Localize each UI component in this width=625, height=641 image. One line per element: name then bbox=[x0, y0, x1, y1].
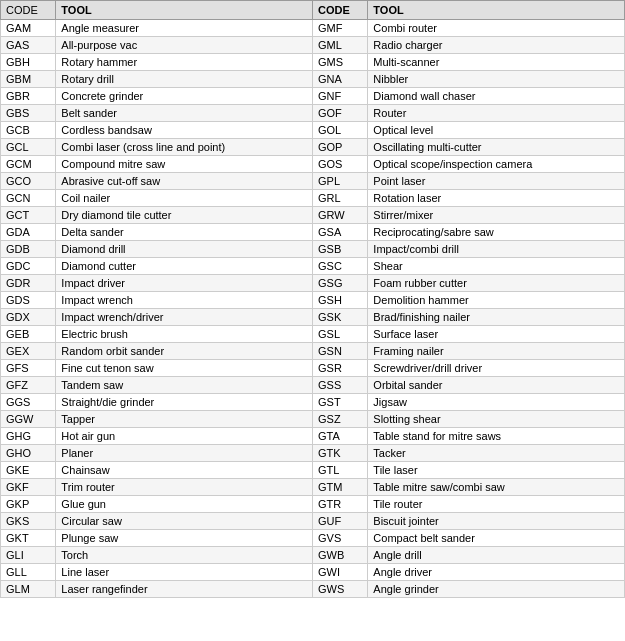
table-row: GKEChainsawGTLTile laser bbox=[1, 462, 625, 479]
tool-right: Router bbox=[368, 105, 625, 122]
table-row: GCBCordless bandsawGOLOptical level bbox=[1, 122, 625, 139]
tool-left: Impact wrench/driver bbox=[56, 309, 313, 326]
tool-left: Coil nailer bbox=[56, 190, 313, 207]
tool-left: Combi laser (cross line and point) bbox=[56, 139, 313, 156]
header-tool2: TOOL bbox=[368, 1, 625, 20]
table-row: GBRConcrete grinderGNFDiamond wall chase… bbox=[1, 88, 625, 105]
table-row: GDSImpact wrenchGSHDemolition hammer bbox=[1, 292, 625, 309]
code-right: GTA bbox=[312, 428, 367, 445]
tool-left: Planer bbox=[56, 445, 313, 462]
tool-right: Combi router bbox=[368, 20, 625, 37]
code-left: GKT bbox=[1, 530, 56, 547]
header-code1: CODE bbox=[1, 1, 56, 20]
tool-right: Table mitre saw/combi saw bbox=[368, 479, 625, 496]
tool-right: Demolition hammer bbox=[368, 292, 625, 309]
tool-left: Torch bbox=[56, 547, 313, 564]
table-row: GDCDiamond cutterGSCShear bbox=[1, 258, 625, 275]
code-right: GOP bbox=[312, 139, 367, 156]
table-row: GAMAngle measurerGMFCombi router bbox=[1, 20, 625, 37]
tool-right: Foam rubber cutter bbox=[368, 275, 625, 292]
tool-code-table: CODE TOOL CODE TOOL GAMAngle measurerGMF… bbox=[0, 0, 625, 598]
code-left: GKS bbox=[1, 513, 56, 530]
tool-left: Diamond cutter bbox=[56, 258, 313, 275]
tool-left: Tapper bbox=[56, 411, 313, 428]
code-left: GDA bbox=[1, 224, 56, 241]
tool-left: Electric brush bbox=[56, 326, 313, 343]
tool-right: Table stand for mitre saws bbox=[368, 428, 625, 445]
table-row: GBSBelt sanderGOFRouter bbox=[1, 105, 625, 122]
table-row: GGSStraight/die grinderGSTJigsaw bbox=[1, 394, 625, 411]
tool-right: Rotation laser bbox=[368, 190, 625, 207]
code-right: GMF bbox=[312, 20, 367, 37]
tool-left: Impact wrench bbox=[56, 292, 313, 309]
code-left: GKP bbox=[1, 496, 56, 513]
tool-right: Screwdriver/drill driver bbox=[368, 360, 625, 377]
table-row: GCOAbrasive cut-off sawGPLPoint laser bbox=[1, 173, 625, 190]
tool-left: Random orbit sander bbox=[56, 343, 313, 360]
code-left: GCT bbox=[1, 207, 56, 224]
tool-left: Cordless bandsaw bbox=[56, 122, 313, 139]
code-left: GLI bbox=[1, 547, 56, 564]
tool-left: Hot air gun bbox=[56, 428, 313, 445]
tool-right: Shear bbox=[368, 258, 625, 275]
code-left: GBR bbox=[1, 88, 56, 105]
table-row: GKPGlue gunGTRTile router bbox=[1, 496, 625, 513]
code-left: GDC bbox=[1, 258, 56, 275]
code-left: GGW bbox=[1, 411, 56, 428]
code-left: GHO bbox=[1, 445, 56, 462]
tool-left: Dry diamond tile cutter bbox=[56, 207, 313, 224]
tool-right: Biscuit jointer bbox=[368, 513, 625, 530]
table-row: GFZTandem sawGSSOrbital sander bbox=[1, 377, 625, 394]
code-left: GBS bbox=[1, 105, 56, 122]
tool-left: Straight/die grinder bbox=[56, 394, 313, 411]
code-right: GTM bbox=[312, 479, 367, 496]
code-left: GCO bbox=[1, 173, 56, 190]
table-row: GCNCoil nailerGRLRotation laser bbox=[1, 190, 625, 207]
code-right: GSR bbox=[312, 360, 367, 377]
table-row: GLITorchGWBAngle drill bbox=[1, 547, 625, 564]
code-left: GBM bbox=[1, 71, 56, 88]
header-tool1: TOOL bbox=[56, 1, 313, 20]
tool-left: Diamond drill bbox=[56, 241, 313, 258]
code-right: GSG bbox=[312, 275, 367, 292]
tool-left: Line laser bbox=[56, 564, 313, 581]
table-row: GKSCircular sawGUFBiscuit jointer bbox=[1, 513, 625, 530]
code-left: GAM bbox=[1, 20, 56, 37]
code-right: GSB bbox=[312, 241, 367, 258]
code-left: GHG bbox=[1, 428, 56, 445]
tool-right: Tile router bbox=[368, 496, 625, 513]
tool-right: Point laser bbox=[368, 173, 625, 190]
code-left: GKF bbox=[1, 479, 56, 496]
code-right: GUF bbox=[312, 513, 367, 530]
code-left: GCB bbox=[1, 122, 56, 139]
tool-right: Multi-scanner bbox=[368, 54, 625, 71]
tool-left: Fine cut tenon saw bbox=[56, 360, 313, 377]
table-row: GDADelta sanderGSAReciprocating/sabre sa… bbox=[1, 224, 625, 241]
code-right: GOS bbox=[312, 156, 367, 173]
code-right: GWB bbox=[312, 547, 367, 564]
tool-left: Abrasive cut-off saw bbox=[56, 173, 313, 190]
tool-left: Angle measurer bbox=[56, 20, 313, 37]
tool-left: Rotary hammer bbox=[56, 54, 313, 71]
code-right: GTK bbox=[312, 445, 367, 462]
tool-right: Surface laser bbox=[368, 326, 625, 343]
code-right: GNF bbox=[312, 88, 367, 105]
tool-right: Orbital sander bbox=[368, 377, 625, 394]
table-row: GGWTapperGSZSlotting shear bbox=[1, 411, 625, 428]
tool-left: Trim router bbox=[56, 479, 313, 496]
tool-right: Optical scope/inspection camera bbox=[368, 156, 625, 173]
code-right: GST bbox=[312, 394, 367, 411]
table-row: GEBElectric brushGSLSurface laser bbox=[1, 326, 625, 343]
tool-left: Glue gun bbox=[56, 496, 313, 513]
tool-right: Diamond wall chaser bbox=[368, 88, 625, 105]
table-row: GCLCombi laser (cross line and point)GOP… bbox=[1, 139, 625, 156]
table-row: GHGHot air gunGTATable stand for mitre s… bbox=[1, 428, 625, 445]
main-table-container: CODE TOOL CODE TOOL GAMAngle measurerGMF… bbox=[0, 0, 625, 598]
code-left: GEB bbox=[1, 326, 56, 343]
tool-right: Oscillating multi-cutter bbox=[368, 139, 625, 156]
code-right: GSN bbox=[312, 343, 367, 360]
table-row: GLMLaser rangefinderGWSAngle grinder bbox=[1, 581, 625, 598]
table-row: GDBDiamond drillGSBImpact/combi drill bbox=[1, 241, 625, 258]
tool-right: Framing nailer bbox=[368, 343, 625, 360]
code-right: GMS bbox=[312, 54, 367, 71]
